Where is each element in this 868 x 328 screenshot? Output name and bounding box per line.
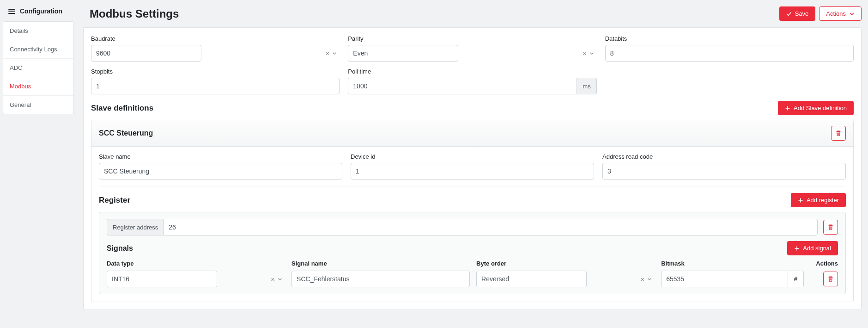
register-title: Register — [99, 196, 130, 205]
register-address-input[interactable] — [164, 219, 818, 235]
parity-select[interactable] — [348, 45, 458, 62]
sidebar-header: Configuration — [3, 3, 74, 19]
parity-label: Parity — [348, 35, 596, 42]
byte-order-select[interactable] — [476, 271, 587, 287]
clear-icon[interactable]: × — [326, 50, 330, 57]
clear-icon[interactable]: × — [583, 50, 587, 57]
slave-title: SCC Steuerung — [99, 129, 153, 137]
polltime-label: Poll time — [348, 68, 596, 75]
save-label: Save — [795, 10, 809, 17]
address-read-code-label: Address read code — [602, 153, 846, 160]
sidebar-nav: Details Connectivity Logs ADC Modbus Gen… — [3, 21, 74, 114]
add-signal-label: Add signal — [803, 245, 831, 252]
polltime-unit: ms — [577, 78, 596, 94]
bitmask-hash-button[interactable]: # — [788, 271, 804, 287]
add-slave-label: Add Slave definition — [794, 105, 847, 111]
slave-name-label: Slave name — [99, 153, 342, 160]
baudrate-label: Baudrate — [91, 35, 340, 42]
add-register-label: Add register — [807, 197, 839, 204]
address-read-code-input[interactable] — [602, 163, 846, 179]
col-bitmask: Bitmask — [661, 260, 804, 267]
save-button[interactable]: Save — [779, 6, 816, 21]
register-address-label: Register address — [107, 219, 164, 235]
data-type-select[interactable] — [107, 271, 217, 287]
baudrate-select[interactable] — [91, 45, 201, 62]
col-data-type: Data type — [107, 260, 285, 267]
trash-icon — [835, 130, 842, 136]
slave-name-input[interactable] — [99, 163, 342, 179]
trash-icon — [827, 224, 834, 230]
signal-name-input[interactable] — [291, 271, 470, 287]
sidebar-title: Configuration — [20, 7, 62, 15]
actions-label: Actions — [826, 10, 846, 17]
signals-title: Signals — [107, 244, 133, 253]
chevron-down-icon[interactable] — [647, 277, 652, 281]
chevron-down-icon[interactable] — [332, 51, 337, 56]
stopbits-input[interactable] — [91, 78, 340, 94]
add-signal-button[interactable]: Add signal — [787, 241, 838, 255]
sidebar-item-adc[interactable]: ADC — [3, 59, 73, 77]
polltime-input[interactable] — [348, 78, 577, 94]
delete-slave-button[interactable] — [831, 126, 846, 141]
databits-label: Databits — [605, 35, 854, 42]
bitmask-input[interactable] — [661, 271, 788, 287]
plus-icon — [798, 198, 803, 203]
col-actions: Actions — [810, 260, 838, 267]
add-slave-button[interactable]: Add Slave definition — [778, 101, 854, 115]
page-title: Modbus Settings — [90, 7, 179, 20]
slave-definitions-title: Slave definitions — [91, 104, 153, 113]
chevron-down-icon — [849, 11, 855, 17]
plus-icon — [794, 246, 800, 251]
col-signal-name: Signal name — [291, 260, 470, 267]
device-id-label: Device id — [351, 153, 594, 160]
chevron-down-icon[interactable] — [278, 277, 282, 281]
actions-button[interactable]: Actions — [819, 6, 862, 21]
databits-input[interactable] — [605, 45, 854, 62]
add-register-button[interactable]: Add register — [791, 193, 846, 207]
sidebar-item-general[interactable]: General — [3, 96, 73, 114]
col-byte-order: Byte order — [476, 260, 655, 267]
sidebar-item-details[interactable]: Details — [3, 22, 73, 40]
device-id-input[interactable] — [351, 163, 594, 179]
sidebar-item-modbus[interactable]: Modbus — [3, 77, 73, 96]
trash-icon — [827, 276, 834, 282]
plus-icon — [785, 105, 790, 111]
clear-icon[interactable]: × — [271, 275, 275, 283]
check-icon — [786, 11, 792, 17]
chevron-down-icon[interactable] — [589, 51, 594, 56]
delete-signal-button[interactable] — [823, 272, 838, 286]
delete-register-button[interactable] — [823, 220, 838, 235]
sidebar-item-connectivity-logs[interactable]: Connectivity Logs — [3, 40, 73, 59]
hamburger-icon[interactable] — [8, 9, 15, 14]
stopbits-label: Stopbits — [91, 68, 340, 75]
clear-icon[interactable]: × — [640, 275, 644, 283]
